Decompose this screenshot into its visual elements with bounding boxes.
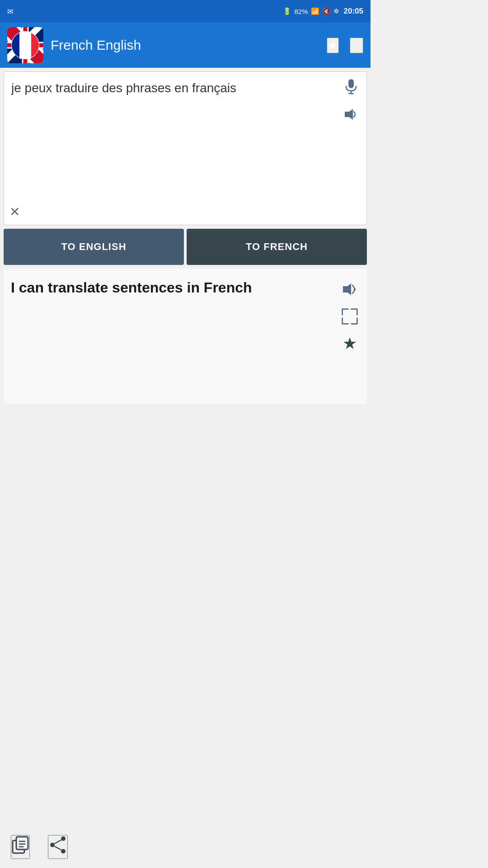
translate-buttons: TO ENGLISH TO FRENCH (4, 229, 367, 265)
input-area: je peux traduire des phrases en français… (4, 71, 367, 225)
clock: 20:05 (344, 7, 363, 16)
app-logo (7, 27, 43, 63)
svg-rect-17 (16, 837, 28, 849)
expand-icon (341, 307, 359, 326)
svg-line-24 (55, 840, 61, 844)
result-volume-icon (342, 283, 357, 296)
result-text: I can translate sentences in French (11, 278, 334, 298)
share-button[interactable] (48, 835, 68, 859)
input-actions (341, 77, 361, 124)
favorite-button[interactable]: ★ (327, 38, 339, 53)
bluetooth-icon: ✲ (333, 7, 339, 15)
svg-point-22 (50, 843, 55, 847)
tts-button[interactable] (341, 104, 361, 124)
svg-point-23 (61, 849, 66, 854)
app-title: French English (51, 38, 319, 53)
status-bar-left: ✉ (7, 7, 13, 16)
clear-button[interactable]: ✕ (9, 204, 20, 219)
result-actions: ★ (340, 278, 360, 354)
result-area: I can translate sentences in French ★ (4, 269, 367, 404)
to-english-button[interactable]: TO ENGLISH (4, 229, 184, 265)
battery-level: 82% (294, 8, 308, 15)
mic-button[interactable] (341, 77, 361, 97)
app-bar-actions: ★ ⋮ (327, 38, 363, 53)
app-bar: French English ★ ⋮ (0, 23, 371, 68)
input-text[interactable]: je peux traduire des phrases en français (11, 79, 359, 217)
spacer (0, 408, 371, 826)
mic-icon (344, 79, 358, 95)
volume-off-icon: 🔇 (322, 7, 331, 15)
volume-icon (344, 108, 358, 121)
more-options-button[interactable]: ⋮ (350, 38, 363, 53)
status-bar: ✉ 🔋 82% 📶 🔇 ✲ 20:05 (0, 0, 371, 23)
copy-button[interactable] (11, 835, 30, 859)
result-tts-button[interactable] (340, 279, 360, 299)
svg-rect-10 (19, 32, 31, 59)
svg-rect-11 (348, 79, 354, 88)
svg-line-25 (55, 846, 61, 850)
svg-marker-15 (343, 283, 351, 295)
copy-icon (12, 836, 29, 854)
battery-icon: 🔋 (283, 7, 291, 15)
bottom-bar (0, 826, 371, 868)
status-bar-right: 🔋 82% 📶 🔇 ✲ 20:05 (283, 7, 363, 16)
share-icon (49, 836, 67, 854)
svg-point-21 (61, 836, 66, 841)
svg-marker-14 (345, 109, 353, 120)
signal-icon: 📶 (311, 7, 319, 15)
mail-icon: ✉ (7, 7, 13, 16)
expand-button[interactable] (340, 307, 360, 326)
result-favorite-button[interactable]: ★ (340, 334, 360, 354)
to-french-button[interactable]: TO FRENCH (187, 229, 367, 265)
